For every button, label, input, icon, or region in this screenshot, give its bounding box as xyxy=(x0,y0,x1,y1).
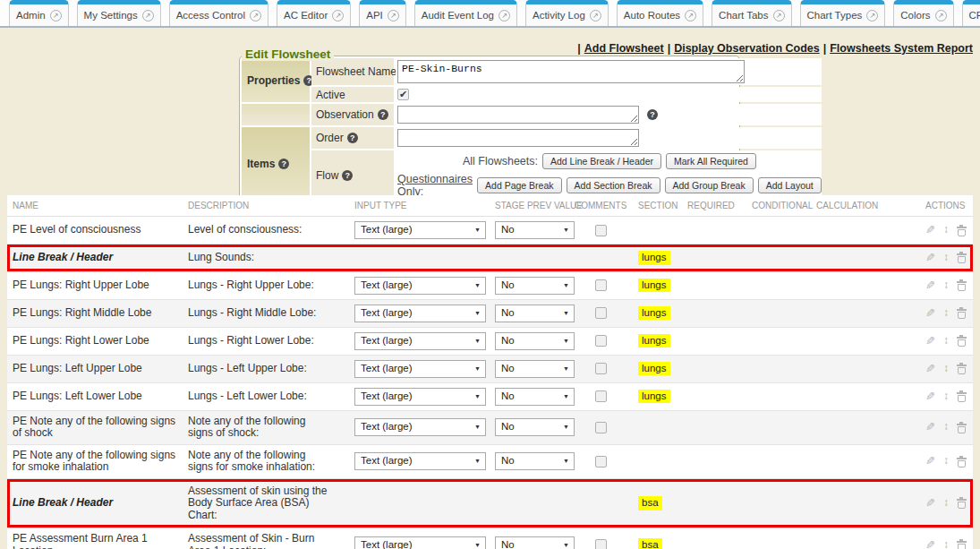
tab-chart-tabs[interactable]: Chart Tabs ↗ xyxy=(712,0,791,26)
toolbar-link-add-flowsheet[interactable]: Add Flowsheet xyxy=(584,42,664,55)
external-link-icon: ↗ xyxy=(250,10,261,21)
external-link-icon: ↗ xyxy=(866,10,878,21)
input-type-select[interactable]: Text (large)▼ xyxy=(354,305,486,322)
input-type-select[interactable]: Text (large)▼ xyxy=(354,418,486,436)
input-type-select[interactable]: Text (large)▼ xyxy=(354,277,486,295)
delete-icon[interactable] xyxy=(957,279,967,291)
delete-icon[interactable] xyxy=(957,539,967,549)
input-type-select[interactable]: Text (large)▼ xyxy=(354,536,486,549)
input-type-select[interactable]: Text (large)▼ xyxy=(354,360,486,378)
comments-checkbox[interactable] xyxy=(595,363,607,374)
edit-icon[interactable]: ✎ xyxy=(925,455,935,468)
tab-access-control[interactable]: Access Control ↗ xyxy=(169,0,268,26)
input-type-select[interactable]: Text (large)▼ xyxy=(354,221,486,239)
order-input[interactable] xyxy=(397,129,639,147)
delete-icon[interactable] xyxy=(957,422,967,433)
move-icon[interactable]: ↕ xyxy=(943,224,949,236)
add-layout-button[interactable]: Add Layout xyxy=(758,177,822,193)
move-icon[interactable]: ↕ xyxy=(943,539,949,549)
delete-icon[interactable] xyxy=(957,335,967,347)
tab-admin[interactable]: Admin ↗ xyxy=(9,0,69,26)
edit-icon[interactable]: ✎ xyxy=(925,390,935,403)
comments-checkbox[interactable] xyxy=(595,335,607,347)
stage-prev-value-select[interactable]: No▼ xyxy=(495,418,575,436)
edit-flowsheet-panel: Edit Flowsheet Properties ? Flowsheet Na… xyxy=(239,56,740,203)
delete-icon[interactable] xyxy=(957,497,967,509)
comments-checkbox[interactable] xyxy=(595,307,607,319)
move-icon[interactable]: ↕ xyxy=(943,390,949,403)
comments-checkbox[interactable] xyxy=(595,225,607,236)
add-group-break-button[interactable]: Add Group Break xyxy=(665,177,754,193)
move-icon[interactable]: ↕ xyxy=(943,497,949,510)
move-icon[interactable]: ↕ xyxy=(943,363,949,375)
stage-prev-value-select[interactable]: No▼ xyxy=(495,360,575,378)
edit-icon[interactable]: ✎ xyxy=(925,421,935,433)
stage-prev-value-select[interactable]: No▼ xyxy=(495,221,575,239)
tab-auto-routes[interactable]: Auto Routes ↗ xyxy=(617,0,703,26)
tab-activity-log[interactable]: Activity Log ↗ xyxy=(525,0,609,26)
move-icon[interactable]: ↕ xyxy=(943,455,949,468)
help-icon[interactable]: ? xyxy=(378,109,388,120)
delete-icon[interactable] xyxy=(957,363,967,374)
comments-checkbox[interactable] xyxy=(595,422,607,433)
move-icon[interactable]: ↕ xyxy=(943,279,949,292)
comments-checkbox[interactable] xyxy=(595,539,607,549)
edit-icon[interactable]: ✎ xyxy=(925,539,935,549)
active-checkbox[interactable]: ✔ xyxy=(397,89,409,100)
help-icon[interactable]: ? xyxy=(647,109,658,120)
section-tag: lungs xyxy=(638,334,670,348)
stage-prev-value-select[interactable]: No▼ xyxy=(495,388,575,406)
delete-icon[interactable] xyxy=(957,390,967,402)
move-icon[interactable]: ↕ xyxy=(943,307,949,320)
edit-icon[interactable]: ✎ xyxy=(925,279,935,292)
add-section-break-button[interactable]: Add Section Break xyxy=(567,177,660,193)
help-icon[interactable]: ? xyxy=(347,133,358,143)
tab-ac-editor[interactable]: AC Editor ↗ xyxy=(277,0,351,26)
tab-api[interactable]: API ↗ xyxy=(359,0,406,26)
tab-chart-types[interactable]: Chart Types ↗ xyxy=(800,0,886,26)
stage-prev-value-select[interactable]: No▼ xyxy=(495,536,575,549)
comments-checkbox[interactable] xyxy=(595,456,607,468)
item-name: PE Lungs: Right Lower Lobe xyxy=(13,335,149,347)
stage-prev-value-select[interactable]: No▼ xyxy=(495,305,575,322)
mark-all-required-button[interactable]: Mark All Required xyxy=(666,153,756,169)
tab-colors[interactable]: Colors ↗ xyxy=(893,0,953,26)
toolbar-link-flowsheets-system-report[interactable]: Flowsheets System Report xyxy=(830,42,973,55)
help-icon[interactable]: ? xyxy=(342,170,353,181)
stage-prev-value-select[interactable]: No▼ xyxy=(495,452,575,470)
help-icon[interactable]: ? xyxy=(278,159,289,169)
delete-icon[interactable] xyxy=(957,252,967,263)
tab-audit-event-log[interactable]: Audit Event Log ↗ xyxy=(414,0,517,26)
observation-label: Observation ? xyxy=(311,104,394,125)
move-icon[interactable]: ↕ xyxy=(943,335,949,347)
select-arrow-icon: ▼ xyxy=(474,279,481,292)
tab-label: Admin xyxy=(16,10,46,21)
comments-checkbox[interactable] xyxy=(595,390,607,402)
move-icon[interactable]: ↕ xyxy=(943,421,949,433)
edit-icon[interactable]: ✎ xyxy=(925,497,935,510)
toolbar-link-display-observation-codes[interactable]: Display Observation Codes xyxy=(674,42,820,55)
table-row: PE Note any of the following signs of sh… xyxy=(7,411,973,445)
delete-icon[interactable] xyxy=(957,307,967,319)
edit-icon[interactable]: ✎ xyxy=(925,363,935,375)
edit-icon[interactable]: ✎ xyxy=(925,335,935,347)
input-type-select[interactable]: Text (large)▼ xyxy=(354,452,486,470)
flowsheet-toolbar-links: |Add Flowsheet|Display Observation Codes… xyxy=(574,42,973,55)
tab-cpt-codes[interactable]: CPT Codes ↗ xyxy=(962,0,980,26)
edit-icon[interactable]: ✎ xyxy=(925,307,935,320)
stage-prev-value-select[interactable]: No▼ xyxy=(495,277,575,295)
observation-input[interactable] xyxy=(397,106,639,124)
flowsheet-name-input[interactable] xyxy=(397,60,745,83)
delete-icon[interactable] xyxy=(957,456,967,468)
stage-prev-value-select[interactable]: No▼ xyxy=(495,332,575,350)
delete-icon[interactable] xyxy=(957,225,967,236)
add-page-break-button[interactable]: Add Page Break xyxy=(477,177,561,193)
tab-my-settings[interactable]: My Settings ↗ xyxy=(77,0,161,26)
edit-icon[interactable]: ✎ xyxy=(925,224,935,236)
edit-icon[interactable]: ✎ xyxy=(925,252,935,264)
move-icon[interactable]: ↕ xyxy=(943,252,949,264)
comments-checkbox[interactable] xyxy=(595,279,607,291)
input-type-select[interactable]: Text (large)▼ xyxy=(354,332,486,350)
input-type-select[interactable]: Text (large)▼ xyxy=(354,388,486,406)
add-line-break-header-button[interactable]: Add Line Break / Header xyxy=(542,153,661,169)
